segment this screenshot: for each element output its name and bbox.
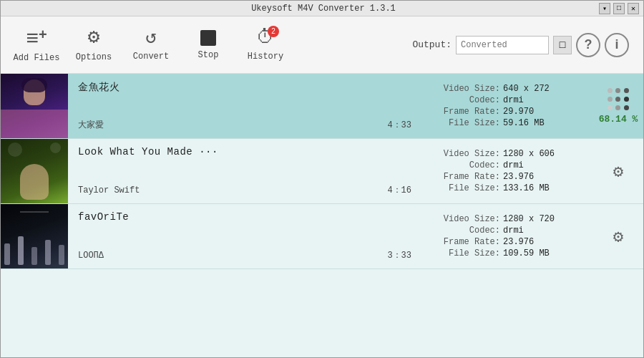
history-button[interactable]: ⏱ 2 History bbox=[237, 18, 294, 72]
file-size-value-3: 109.59 MB bbox=[503, 248, 550, 258]
maximize-button[interactable]: □ bbox=[613, 3, 625, 14]
spinner-dot bbox=[608, 97, 613, 102]
frame-rate-label-1: Frame Rate: bbox=[436, 107, 500, 117]
window-controls[interactable]: ▾ □ ✕ bbox=[599, 3, 639, 14]
file-size-label-2: File Size: bbox=[436, 183, 500, 193]
folder-icon: □ bbox=[560, 39, 565, 51]
stop-label: Stop bbox=[198, 50, 219, 60]
info-icon: i bbox=[615, 37, 618, 52]
file-action-1: 68.14 % bbox=[593, 74, 643, 138]
file-artist-2: Taylor Swift bbox=[78, 185, 140, 195]
codec-label-2: Codec: bbox=[436, 160, 500, 170]
file-title-3: favOriTe bbox=[78, 211, 411, 223]
help-icon: ? bbox=[585, 37, 592, 52]
progress-text-1: 68.14 % bbox=[599, 114, 638, 125]
video-size-value-1: 640 x 272 bbox=[503, 84, 550, 94]
close-button[interactable]: ✕ bbox=[628, 3, 639, 14]
codec-label-3: Codec: bbox=[436, 226, 500, 236]
options-icon: ⚙ bbox=[88, 28, 100, 48]
frame-rate-value-1: 29.970 bbox=[503, 107, 534, 117]
history-icon-container: ⏱ 2 bbox=[256, 29, 275, 47]
file-specs-1: Video Size: 640 x 272 Codec: drmi Frame … bbox=[421, 74, 593, 138]
file-info-2: Look What You Made ··· Taylor Swift 4：16 bbox=[68, 139, 421, 203]
file-specs-3: Video Size: 1280 x 720 Codec: drmi Frame… bbox=[421, 204, 593, 268]
settings-icon-3[interactable]: ⚙ bbox=[613, 226, 623, 247]
spinner-dot bbox=[615, 97, 620, 102]
file-row-2[interactable]: Look What You Made ··· Taylor Swift 4：16… bbox=[1, 139, 643, 204]
spinner-dot bbox=[624, 88, 629, 93]
info-button[interactable]: i bbox=[605, 33, 629, 57]
title-bar: Ukeysoft M4V Converter 1.3.1 ▾ □ ✕ bbox=[1, 1, 643, 16]
output-input[interactable] bbox=[456, 36, 549, 54]
toolbar: ≡+ Add Files ⚙ Options ↺ Convert Stop ⏱ … bbox=[1, 16, 643, 74]
file-duration-2: 4：16 bbox=[387, 184, 411, 196]
frame-rate-value-2: 23.976 bbox=[503, 172, 534, 182]
app-title: Ukeysoft M4V Converter 1.3.1 bbox=[48, 4, 599, 14]
file-size-value-1: 59.16 MB bbox=[503, 118, 545, 128]
options-button[interactable]: ⚙ Options bbox=[65, 18, 122, 72]
stop-button[interactable]: Stop bbox=[180, 18, 237, 72]
codec-value-3: drmi bbox=[503, 226, 524, 236]
history-label: History bbox=[248, 52, 283, 62]
spinner-dot bbox=[624, 97, 629, 102]
add-files-icon: ≡+ bbox=[26, 27, 47, 49]
file-size-label-3: File Size: bbox=[436, 248, 500, 258]
file-action-2[interactable]: ⚙ bbox=[593, 139, 643, 203]
output-area: Output: □ ? i bbox=[412, 33, 629, 57]
thumbnail-1 bbox=[1, 74, 68, 138]
file-row-1[interactable]: 金魚花火 大家愛 4：33 Video Size: 640 x 272 Code… bbox=[1, 74, 643, 139]
file-title-1: 金魚花火 bbox=[78, 81, 411, 94]
file-duration-1: 4：33 bbox=[387, 119, 411, 131]
thumbnail-3 bbox=[1, 204, 68, 268]
spinner-dot bbox=[608, 105, 613, 110]
settings-icon-2[interactable]: ⚙ bbox=[613, 161, 623, 182]
file-info-1: 金魚花火 大家愛 4：33 bbox=[68, 74, 421, 138]
convert-icon: ↺ bbox=[145, 29, 157, 47]
frame-rate-label-3: Frame Rate: bbox=[436, 237, 500, 247]
convert-button[interactable]: ↺ Convert bbox=[122, 18, 180, 72]
video-size-label-1: Video Size: bbox=[436, 84, 500, 94]
file-action-3[interactable]: ⚙ bbox=[593, 204, 643, 268]
file-specs-2: Video Size: 1280 x 606 Codec: drmi Frame… bbox=[421, 139, 593, 203]
thumbnail-2 bbox=[1, 139, 68, 203]
file-size-label-1: File Size: bbox=[436, 118, 500, 128]
file-size-value-2: 133.16 MB bbox=[503, 183, 550, 193]
video-size-value-3: 1280 x 720 bbox=[503, 214, 555, 224]
spinner-dot bbox=[608, 88, 613, 93]
spinner-dot bbox=[615, 105, 620, 110]
history-badge: 2 bbox=[268, 26, 279, 37]
file-artist-3: LOOΠΔ bbox=[78, 251, 104, 261]
file-artist-1: 大家愛 bbox=[78, 119, 104, 131]
frame-rate-label-2: Frame Rate: bbox=[436, 172, 500, 182]
folder-browse-button[interactable]: □ bbox=[553, 36, 572, 54]
convert-label: Convert bbox=[133, 52, 169, 62]
video-size-value-2: 1280 x 606 bbox=[503, 149, 555, 159]
file-info-3: favOriTe LOOΠΔ 3：33 bbox=[68, 204, 421, 268]
codec-value-2: drmi bbox=[503, 160, 524, 170]
file-list: 金魚花火 大家愛 4：33 Video Size: 640 x 272 Code… bbox=[1, 74, 643, 358]
add-files-button[interactable]: ≡+ Add Files bbox=[8, 18, 65, 72]
frame-rate-value-3: 23.976 bbox=[503, 237, 534, 247]
minimize-button[interactable]: ▾ bbox=[599, 3, 610, 14]
codec-value-1: drmi bbox=[503, 95, 524, 105]
file-title-2: Look What You Made ··· bbox=[78, 146, 411, 158]
file-duration-3: 3：33 bbox=[387, 249, 411, 261]
video-size-label-3: Video Size: bbox=[436, 214, 500, 224]
video-size-label-2: Video Size: bbox=[436, 149, 500, 159]
file-row-3[interactable]: favOriTe LOOΠΔ 3：33 Video Size: 1280 x 7… bbox=[1, 204, 643, 269]
add-files-label: Add Files bbox=[14, 53, 60, 63]
spinner-dot bbox=[615, 88, 620, 93]
spinner-dot bbox=[624, 105, 629, 110]
codec-label-1: Codec: bbox=[436, 95, 500, 105]
options-label: Options bbox=[76, 52, 112, 62]
output-label: Output: bbox=[412, 39, 452, 50]
help-button[interactable]: ? bbox=[576, 33, 600, 57]
stop-icon bbox=[200, 30, 216, 46]
